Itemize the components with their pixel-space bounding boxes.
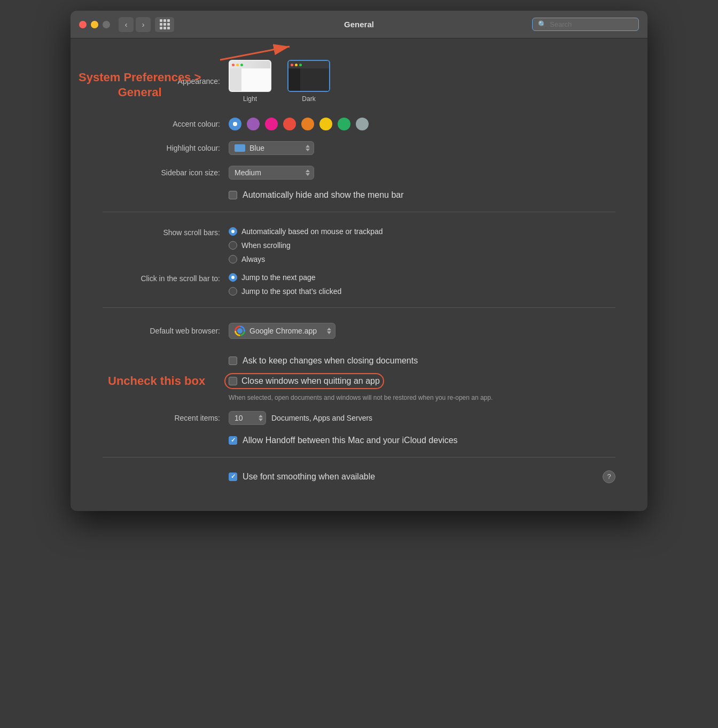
- browser-wrapper: Google Chrome.app: [229, 323, 335, 339]
- highlight-swatch: [235, 144, 245, 152]
- maximize-button[interactable]: [103, 21, 110, 28]
- font-smoothing-text: Use font smoothing when available: [243, 472, 375, 482]
- font-smoothing-checkbox[interactable]: [229, 473, 237, 481]
- scroll-auto-radio[interactable]: [229, 227, 237, 236]
- traffic-lights: [79, 21, 110, 28]
- highlight-select[interactable]: Blue: [229, 141, 314, 155]
- appearance-row: Appearance:: [103, 55, 615, 108]
- divider-1: [103, 212, 615, 212]
- nav-buttons: ‹ ›: [119, 17, 174, 32]
- divider-3: [103, 457, 615, 458]
- scroll-when-option[interactable]: When scrolling: [229, 241, 383, 250]
- scroll-bars-options: Automatically based on mouse or trackpad…: [229, 227, 383, 264]
- click-spot-label: Jump to the spot that’s clicked: [241, 287, 341, 296]
- highlight-value: Blue: [249, 144, 308, 152]
- divider-2: [103, 307, 615, 308]
- click-next-page-option[interactable]: Jump to the next page: [229, 273, 341, 282]
- click-scroll-row: Click in the scroll bar to: Jump to the …: [103, 269, 615, 301]
- recent-items-row: Recent items: 5 10 15 20 50: [103, 407, 615, 430]
- sidebar-icon-size-select[interactable]: Small Medium Large: [229, 166, 314, 180]
- content-area: System Preferences > General Appearance:: [71, 38, 647, 511]
- close-docs-text: Ask to keep changes when closing documen…: [243, 356, 418, 366]
- sidebar-icon-size-row: Sidebar icon size: Small Medium Large: [103, 160, 615, 185]
- bottom-row: Use font smoothing when available ?: [103, 464, 615, 490]
- grid-icon: [160, 19, 170, 29]
- recent-items-select[interactable]: 5 10 15 20 50: [229, 411, 266, 425]
- close-docs-row: Ask to keep changes when closing documen…: [103, 351, 615, 371]
- close-windows-control: Close windows when quitting an app: [229, 376, 380, 386]
- recent-items-label: Recent items:: [103, 414, 220, 422]
- menu-bar-row: Automatically hide and show the menu bar: [103, 185, 615, 205]
- close-windows-text: Close windows when quitting an app: [241, 376, 380, 386]
- close-windows-checkbox[interactable]: [229, 377, 237, 385]
- accent-green[interactable]: [338, 118, 350, 130]
- menu-bar-checkbox[interactable]: [229, 191, 237, 199]
- close-docs-checkbox[interactable]: [229, 357, 237, 365]
- browser-value: Google Chrome.app: [249, 327, 330, 335]
- scroll-auto-option[interactable]: Automatically based on mouse or trackpad: [229, 227, 383, 236]
- dark-thumb: [287, 60, 330, 92]
- titlebar: ‹ › General 🔍: [71, 11, 647, 38]
- search-input[interactable]: [550, 20, 633, 28]
- sidebar-icon-size-label: Sidebar icon size:: [103, 168, 220, 177]
- browser-select[interactable]: Google Chrome.app: [229, 323, 335, 339]
- click-scroll-label: Click in the scroll bar to:: [103, 273, 220, 283]
- click-next-page-radio[interactable]: [229, 273, 237, 282]
- handoff-checkbox[interactable]: [229, 436, 237, 445]
- default-browser-row: Default web browser: Google Chrome.app: [103, 314, 615, 344]
- close-windows-subtext: When selected, open documents and window…: [229, 393, 506, 402]
- recent-items-control: 5 10 15 20 50 Documents, Apps and Server…: [229, 411, 372, 425]
- menu-bar-control: Automatically hide and show the menu bar: [229, 190, 404, 200]
- accent-orange[interactable]: [301, 118, 314, 130]
- handoff-row: Allow Handoff between this Mac and your …: [103, 430, 615, 451]
- scroll-always-option[interactable]: Always: [229, 255, 383, 264]
- scroll-bars-row: Show scroll bars: Automatically based on…: [103, 219, 615, 269]
- scroll-always-radio[interactable]: [229, 255, 237, 264]
- scroll-when-radio[interactable]: [229, 241, 237, 250]
- handoff-control: Allow Handoff between this Mac and your …: [229, 436, 458, 445]
- window-title: General: [344, 20, 374, 29]
- highlight-color-label: Highlight colour:: [103, 144, 220, 152]
- light-label: Light: [243, 95, 257, 103]
- appearance-label: Appearance:: [103, 77, 220, 86]
- scroll-auto-label: Automatically based on mouse or trackpad: [241, 227, 383, 236]
- handoff-text: Allow Handoff between this Mac and your …: [243, 436, 458, 445]
- forward-button[interactable]: ›: [136, 17, 151, 32]
- main-window: ‹ › General 🔍: [71, 11, 647, 511]
- click-scroll-options: Jump to the next page Jump to the spot t…: [229, 273, 341, 296]
- search-icon: 🔍: [538, 20, 547, 28]
- highlight-color-row: Highlight colour: Blue: [103, 136, 615, 160]
- menu-bar-text: Automatically hide and show the menu bar: [243, 190, 404, 200]
- uncheck-annotation: Uncheck this box: [108, 374, 205, 388]
- accent-color-label: Accent colour:: [103, 120, 220, 128]
- scroll-always-label: Always: [241, 255, 265, 264]
- minimize-button[interactable]: [91, 21, 98, 28]
- close-windows-oval-wrapper: Close windows when quitting an app: [229, 376, 380, 386]
- search-box[interactable]: 🔍: [532, 18, 639, 31]
- back-button[interactable]: ‹: [119, 17, 134, 32]
- recent-items-suffix: Documents, Apps and Servers: [271, 414, 372, 422]
- scroll-when-label: When scrolling: [241, 241, 291, 250]
- click-next-page-label: Jump to the next page: [241, 273, 316, 282]
- accent-yellow[interactable]: [319, 118, 332, 130]
- accent-color-circles: [229, 118, 369, 130]
- accent-blue[interactable]: [229, 118, 241, 130]
- grid-button[interactable]: [155, 17, 174, 32]
- click-spot-option[interactable]: Jump to the spot that’s clicked: [229, 287, 341, 296]
- accent-purple[interactable]: [247, 118, 260, 130]
- sidebar-size-wrapper: Small Medium Large: [229, 166, 314, 180]
- dark-label: Dark: [302, 95, 315, 103]
- click-spot-radio[interactable]: [229, 287, 237, 296]
- accent-gray[interactable]: [356, 118, 369, 130]
- font-smoothing-control: Use font smoothing when available: [229, 472, 375, 482]
- accent-color-row: Accent colour:: [103, 112, 615, 136]
- accent-red[interactable]: [283, 118, 296, 130]
- close-button[interactable]: [79, 21, 87, 28]
- accent-pink[interactable]: [265, 118, 278, 130]
- highlight-select-wrapper: Blue: [229, 141, 314, 155]
- close-windows-section: Uncheck this box Close windows when quit…: [103, 371, 615, 391]
- light-thumb: [229, 60, 271, 92]
- help-button[interactable]: ?: [603, 470, 615, 483]
- appearance-dark[interactable]: Dark: [287, 60, 330, 103]
- appearance-light[interactable]: Light: [229, 60, 271, 103]
